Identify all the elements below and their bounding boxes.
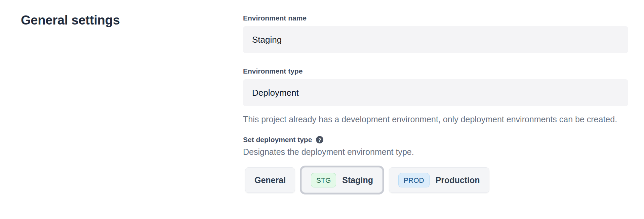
field-environment-name: Environment name	[243, 13, 628, 53]
deployment-type-general-button[interactable]: General	[245, 167, 295, 193]
settings-section-header: General settings	[21, 13, 243, 219]
question-mark-icon[interactable]: ?	[316, 136, 323, 143]
environment-name-input[interactable]	[243, 26, 628, 53]
page-title: General settings	[21, 13, 243, 27]
field-environment-type: Environment type This project already ha…	[243, 67, 628, 126]
deployment-type-label-row: Set deployment type ?	[243, 135, 628, 144]
environment-name-label: Environment name	[243, 13, 628, 23]
environment-settings-page: General settings Environment name Enviro…	[0, 0, 644, 219]
staging-button-label: Staging	[342, 175, 373, 185]
deployment-type-production-button[interactable]: PROD Production	[389, 167, 489, 193]
environment-type-input[interactable]	[243, 79, 628, 106]
environment-type-label: Environment type	[243, 67, 628, 76]
staging-badge: STG	[311, 173, 336, 187]
deployment-type-description: Designates the deployment environment ty…	[243, 146, 628, 157]
production-button-label: Production	[436, 175, 480, 185]
deployment-type-label: Set deployment type	[243, 135, 312, 144]
deployment-type-options: General STG Staging PROD Production	[243, 165, 628, 195]
field-deployment-type: Set deployment type ? Designates the dep…	[243, 135, 628, 195]
deployment-type-staging-button[interactable]: STG Staging	[301, 167, 383, 193]
production-badge: PROD	[398, 173, 430, 187]
general-button-label: General	[254, 175, 286, 185]
settings-form: Environment name Environment type This p…	[243, 13, 628, 219]
environment-type-help-text: This project already has a development e…	[243, 113, 628, 126]
